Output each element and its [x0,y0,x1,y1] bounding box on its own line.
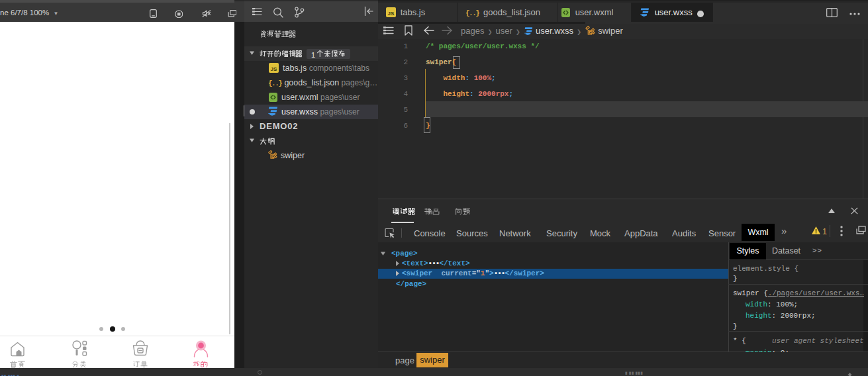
svg-text:JS: JS [271,66,277,72]
svg-text:JS: JS [388,11,395,17]
